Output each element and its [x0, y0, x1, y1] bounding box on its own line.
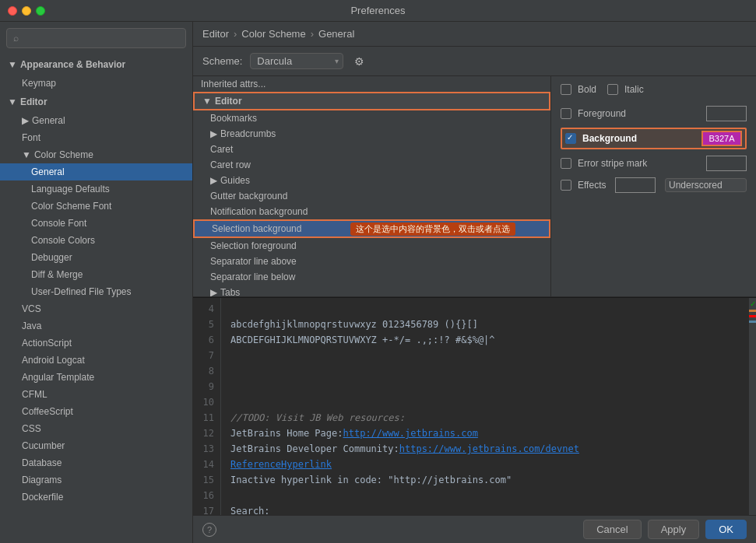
- sidebar-item-keymap[interactable]: Keymap: [0, 75, 192, 92]
- tree-item-notification-bg[interactable]: Notification background: [193, 204, 550, 219]
- code-line: ReferenceHyperlink: [230, 457, 739, 472]
- search-box[interactable]: ⌕: [6, 28, 186, 48]
- sidebar-item-cfml[interactable]: CFML: [0, 386, 192, 403]
- italic-check-row: Italic: [607, 84, 644, 95]
- code-line: [230, 301, 739, 317]
- line-num: 10: [199, 394, 214, 410]
- background-checkbox[interactable]: [565, 133, 576, 144]
- bold-checkbox[interactable]: [561, 84, 571, 95]
- maximize-button[interactable]: [36, 6, 45, 16]
- breadcrumb-sep-1: ›: [234, 28, 237, 40]
- error-stripe-checkbox[interactable]: [561, 158, 571, 169]
- line-num: 4: [199, 301, 214, 317]
- sidebar-item-label: CSS: [22, 423, 41, 434]
- scrollbar-mark-info: [749, 321, 756, 323]
- ok-button[interactable]: OK: [705, 520, 747, 539]
- sidebar-item-general[interactable]: ▶ General: [0, 112, 192, 129]
- scheme-gear-button[interactable]: ⚙: [351, 54, 367, 69]
- tree-item-separator-below[interactable]: Separator line below: [193, 269, 550, 285]
- sidebar-item-diagrams[interactable]: Diagrams: [0, 471, 192, 489]
- code-line: ABCDEFGHIJKLMNOPQRSTUVWXYZ +-*/= .,;:!? …: [230, 332, 739, 348]
- sidebar-item-android-logcat[interactable]: Android Logcat: [0, 352, 192, 369]
- foreground-checkbox[interactable]: [561, 108, 571, 119]
- sidebar-item-label: Appearance & Behavior: [20, 59, 125, 70]
- error-stripe-color-swatch[interactable]: [706, 156, 747, 171]
- sidebar-item-java[interactable]: Java: [0, 317, 192, 335]
- tree-item-gutter-bg[interactable]: Gutter background: [193, 188, 550, 204]
- error-stripe-row: Error stripe mark: [561, 156, 747, 171]
- tree-item-selection-fg[interactable]: Selection foreground: [193, 238, 550, 254]
- effects-type-select[interactable]: Underscored Underwave Bordered Strikethr…: [665, 178, 747, 192]
- middle-section: Inherited attrs... ▼ Editor Bookmarks ▶ …: [193, 76, 756, 297]
- tree-item-editor-section[interactable]: ▼ Editor: [193, 92, 550, 110]
- bold-check-row: Bold: [561, 84, 596, 95]
- background-color-swatch[interactable]: B327A: [701, 131, 742, 146]
- scheme-select[interactable]: Darcula Default High Contrast: [250, 53, 343, 69]
- sidebar-item-label: Android Logcat: [22, 355, 85, 366]
- italic-checkbox[interactable]: [607, 84, 618, 95]
- search-input[interactable]: [23, 33, 179, 44]
- sidebar-item-color-scheme-general[interactable]: General: [0, 163, 192, 180]
- close-button[interactable]: [8, 6, 17, 16]
- search-icon: ⌕: [13, 33, 19, 44]
- foreground-color-swatch[interactable]: [706, 106, 747, 121]
- line-num: 9: [199, 379, 214, 394]
- tree-panel: Inherited attrs... ▼ Editor Bookmarks ▶ …: [193, 76, 551, 296]
- sidebar-item-label: Color Scheme Font: [31, 201, 111, 212]
- effects-color-swatch[interactable]: [615, 177, 656, 193]
- sidebar-item-console-colors[interactable]: Console Colors: [0, 232, 192, 249]
- line-numbers: 4 5 6 7 8 9 10 11 12 13 14 15 16 17 18: [193, 298, 221, 515]
- code-line: [230, 348, 739, 363]
- foreground-label: Foreground: [578, 108, 700, 119]
- line-num: 12: [199, 426, 214, 441]
- tree-item-label: Inherited attrs...: [201, 79, 265, 89]
- sidebar-item-debugger[interactable]: Debugger: [0, 249, 192, 266]
- sidebar-item-dockerfile[interactable]: Dockerfile: [0, 489, 192, 506]
- sidebar-item-color-scheme[interactable]: ▼ Color Scheme: [0, 146, 192, 163]
- sidebar-item-coffeescript[interactable]: CoffeeScript: [0, 403, 192, 420]
- tree-item-guides[interactable]: ▶ Guides: [193, 173, 550, 188]
- minimize-button[interactable]: [22, 6, 31, 16]
- tree-item-tabs[interactable]: ▶ Tabs: [193, 285, 550, 296]
- sidebar-item-actionscript[interactable]: ActionScript: [0, 335, 192, 352]
- expand-icon: ▼: [8, 59, 17, 70]
- footer: ? Cancel Apply OK: [193, 515, 756, 543]
- sidebar-item-diff-merge[interactable]: Diff & Merge: [0, 266, 192, 283]
- scrollbar[interactable]: ✓: [748, 298, 756, 515]
- apply-button[interactable]: Apply: [648, 520, 700, 539]
- line-num: 14: [199, 457, 214, 472]
- sidebar-item-database[interactable]: Database: [0, 454, 192, 471]
- help-button[interactable]: ?: [202, 523, 216, 537]
- effects-checkbox[interactable]: [561, 180, 571, 191]
- tree-item-inherited[interactable]: Inherited attrs...: [193, 76, 550, 92]
- sidebar-item-language-defaults[interactable]: Language Defaults: [0, 180, 192, 198]
- sidebar-item-label: Diff & Merge: [31, 269, 83, 280]
- sidebar-item-label: Diagrams: [22, 475, 62, 485]
- sidebar-item-appearance[interactable]: ▼ Appearance & Behavior: [0, 54, 192, 75]
- cancel-button[interactable]: Cancel: [583, 520, 641, 539]
- sidebar-item-label: Cucumber: [22, 440, 65, 451]
- tree-item-bookmarks[interactable]: Bookmarks: [193, 110, 550, 126]
- sidebar-item-angular-template[interactable]: Angular Template: [0, 369, 192, 386]
- tree-item-label: Gutter background: [210, 191, 287, 201]
- tree-item-caret-row[interactable]: Caret row: [193, 157, 550, 173]
- tree-item-caret[interactable]: Caret: [193, 142, 550, 157]
- line-num: 11: [199, 410, 214, 426]
- code-line: abcdefghijklmnopqrstuvwxyz 0123456789 ()…: [230, 317, 739, 332]
- sidebar-item-vcs[interactable]: VCS: [0, 300, 192, 317]
- code-line: JetBrains Home Page: http://www.jetbrain…: [230, 426, 739, 441]
- tree-item-breadcrumbs[interactable]: ▶ Breadcrumbs: [193, 126, 550, 142]
- sidebar-item-cucumber[interactable]: Cucumber: [0, 437, 192, 454]
- sidebar-item-editor[interactable]: ▼ Editor: [0, 92, 192, 112]
- tree-expand-icon: ▶: [210, 128, 217, 139]
- tree-item-label: Selection foreground: [210, 240, 297, 251]
- sidebar-item-color-scheme-font[interactable]: Color Scheme Font: [0, 198, 192, 215]
- sidebar-item-label: Language Defaults: [31, 184, 110, 194]
- tree-item-separator-above[interactable]: Separator line above: [193, 254, 550, 269]
- sidebar-item-font[interactable]: Font: [0, 129, 192, 146]
- sidebar-item-user-defined[interactable]: User-Defined File Types: [0, 283, 192, 300]
- sidebar-item-console-font[interactable]: Console Font: [0, 215, 192, 232]
- sidebar-item-css[interactable]: CSS: [0, 420, 192, 437]
- tree-item-selection-bg[interactable]: Selection background 这个是选中内容的背景色，双击或者点选: [193, 219, 550, 238]
- sidebar-item-label: Database: [22, 457, 62, 468]
